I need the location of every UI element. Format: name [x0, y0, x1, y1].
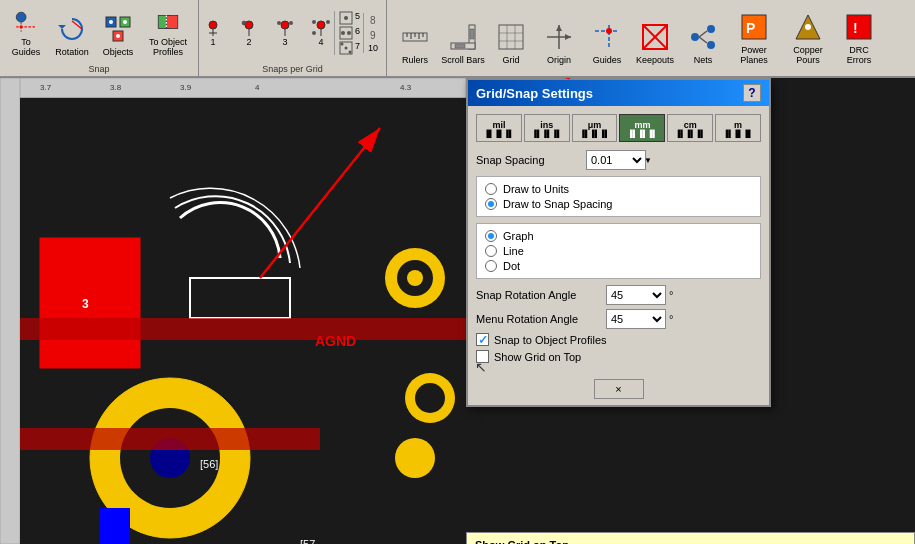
svg-point-36	[341, 42, 344, 45]
nets-button[interactable]: Nets	[679, 8, 727, 68]
dot-radio[interactable]	[485, 260, 497, 272]
grid-snap-dialog: Grid/Snap Settings ? mil ▐▌▐▌▐▌ ins ▐▌▐▌…	[466, 78, 771, 407]
svg-marker-4	[58, 25, 66, 29]
svg-point-74	[805, 24, 811, 30]
snap-rotation-row: Snap Rotation Angle 45 90 30 °	[476, 285, 761, 305]
draw-to-units-row: Draw to Units	[485, 183, 752, 195]
menu-rotation-label: Menu Rotation Angle	[476, 313, 606, 325]
svg-point-38	[349, 50, 352, 53]
dialog-close-button[interactable]: ×	[594, 379, 644, 399]
rotation-button[interactable]: Rotation	[50, 6, 94, 60]
svg-point-27	[326, 20, 330, 24]
svg-marker-58	[556, 25, 562, 31]
snap-label: Snap	[4, 64, 194, 74]
svg-rect-77	[0, 78, 466, 98]
svg-text:4.3: 4.3	[400, 83, 412, 92]
tooltip-box: Show Grid on Top If checked then the gri…	[466, 532, 915, 544]
svg-text:4: 4	[255, 83, 260, 92]
snap2-label: 2	[246, 37, 251, 47]
svg-point-62	[606, 28, 612, 34]
show-grid-top-checkbox[interactable]: ↖	[476, 350, 489, 363]
snap-to-profiles-checkbox[interactable]: ✓	[476, 333, 489, 346]
unit-mil-button[interactable]: mil ▐▌▐▌▐▌	[476, 114, 522, 142]
svg-text:3.9: 3.9	[180, 83, 192, 92]
svg-marker-59	[565, 34, 571, 40]
svg-text:9: 9	[370, 30, 376, 41]
unit-buttons-group: mil ▐▌▐▌▐▌ ins ▐▌▐▌▐▌ μm ▐▌▐▌▐▌ mm ▐▌▐▌▐…	[476, 114, 761, 142]
graph-radio[interactable]	[485, 230, 497, 242]
show-grid-top-label: Show Grid on Top	[494, 351, 581, 363]
svg-text:3: 3	[82, 297, 89, 311]
keepouts-button[interactable]: Keepouts	[631, 8, 679, 68]
snaps-grid-buttons: 1 2	[203, 2, 382, 63]
mouse-cursor-icon: ↖	[475, 359, 487, 375]
dialog-title-text: Grid/Snap Settings	[476, 86, 593, 101]
svg-point-37	[345, 46, 348, 49]
menu-rotation-deg: °	[669, 313, 673, 325]
guides-button[interactable]: Guides	[583, 8, 631, 68]
svg-rect-51	[499, 25, 523, 49]
graph-label: Graph	[503, 230, 534, 242]
svg-point-19	[242, 21, 246, 25]
scroll-bars-button[interactable]: Scroll Bars	[439, 8, 487, 68]
unit-ins-button[interactable]: ins ▐▌▐▌▐▌	[524, 114, 570, 142]
menu-rotation-select[interactable]: 45 90 30	[606, 309, 666, 329]
svg-rect-94	[100, 508, 130, 544]
svg-point-10	[123, 20, 127, 24]
objects-button[interactable]: Objects	[96, 6, 140, 60]
svg-point-11	[116, 34, 120, 38]
svg-point-3	[20, 25, 23, 28]
svg-point-15	[209, 21, 217, 29]
snap-spacing-row: Snap Spacing 0.01 0.05 0.1 0.5 1.0 ▼	[476, 150, 761, 170]
svg-point-34	[347, 31, 351, 35]
svg-rect-78	[0, 78, 20, 544]
snap-spacing-select[interactable]: 0.01 0.05 0.1 0.5 1.0	[586, 150, 646, 170]
svg-point-66	[691, 33, 699, 41]
svg-text:3.8: 3.8	[110, 83, 122, 92]
origin-button[interactable]: Origin	[535, 8, 583, 68]
grid-button[interactable]: Grid	[487, 8, 535, 68]
svg-rect-48	[470, 29, 474, 39]
svg-point-22	[277, 21, 281, 25]
draw-to-snap-radio[interactable]	[485, 198, 497, 210]
pcb-canvas[interactable]: 3.7 3.8 3.9 4 4.3 3	[0, 78, 466, 544]
snap4-label: 4	[318, 37, 323, 47]
snap-to-profiles-label: Snap to Object Profiles	[494, 334, 607, 346]
drc-errors-button[interactable]: ! DRC Errors	[835, 8, 883, 68]
snaps-per-grid-section: 1 2	[199, 0, 387, 76]
svg-text:[57: [57	[300, 538, 315, 544]
draw-to-units-radio[interactable]	[485, 183, 497, 195]
svg-point-26	[312, 20, 316, 24]
svg-point-18	[245, 21, 253, 29]
draw-to-snap-row: Draw to Snap Spacing	[485, 198, 752, 210]
snap1-label: 1	[210, 37, 215, 47]
snap-spacing-dropdown-icon: ▼	[644, 156, 652, 165]
snap3-label: 3	[282, 37, 287, 47]
snap-section: To Guides Rotation	[0, 0, 199, 76]
to-guides-button[interactable]: To Guides	[4, 6, 48, 60]
snap-buttons: To Guides Rotation	[4, 2, 194, 63]
snap-rotation-deg: °	[669, 289, 673, 301]
snap-rotation-label: Snap Rotation Angle	[476, 289, 606, 301]
grid-style-group: Graph Line Dot	[476, 223, 761, 279]
canvas-area: 3.7 3.8 3.9 4 4.3 3	[0, 78, 915, 544]
svg-point-28	[312, 31, 316, 35]
unit-mm-button[interactable]: mm ▐▌▐▌▐▌	[619, 114, 665, 142]
rulers-button[interactable]: Rulers	[391, 8, 439, 68]
copper-pours-button[interactable]: Copper Pours	[781, 8, 835, 68]
power-planes-button[interactable]: P Power Planes	[727, 8, 781, 68]
snap-rotation-select[interactable]: 45 90 30	[606, 285, 666, 305]
to-object-profiles-button[interactable]: To Object Profiles	[142, 6, 194, 60]
unit-um-button[interactable]: μm ▐▌▐▌▐▌	[572, 114, 618, 142]
line-radio[interactable]	[485, 245, 497, 257]
svg-rect-50	[455, 44, 465, 48]
svg-rect-75	[847, 15, 871, 39]
svg-point-23	[289, 21, 293, 25]
unit-m-button[interactable]: m ▐▌▐▌▐▌	[715, 114, 761, 142]
svg-point-100	[407, 270, 423, 286]
svg-line-69	[699, 31, 707, 37]
main-toolbar: To Guides Rotation	[0, 0, 915, 78]
dialog-help-button[interactable]: ?	[743, 84, 761, 102]
svg-text:[56]: [56]	[200, 458, 218, 470]
unit-cm-button[interactable]: cm ▐▌▐▌▐▌	[667, 114, 713, 142]
